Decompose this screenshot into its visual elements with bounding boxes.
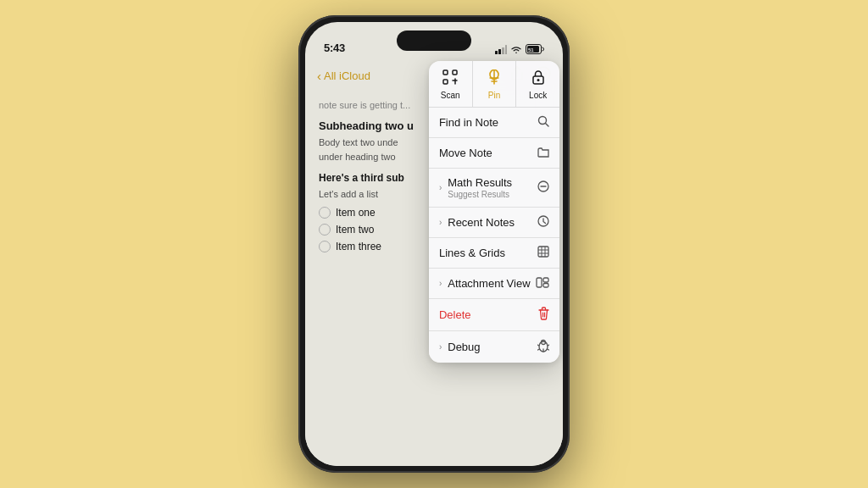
svg-rect-21	[538, 247, 548, 257]
delete-item[interactable]: Delete	[429, 299, 559, 331]
svg-line-36	[548, 349, 549, 350]
debug-icon	[537, 339, 549, 355]
move-note-left: Move Note	[439, 147, 492, 159]
lock-icon	[531, 69, 545, 88]
attachment-view-icon	[536, 276, 549, 291]
math-results-subtext: Suggest Results	[448, 190, 512, 199]
scan-button[interactable]: Scan	[429, 61, 473, 107]
lines-grids-icon	[537, 246, 549, 260]
find-in-note-label: Find in Note	[439, 116, 498, 129]
find-in-note-item[interactable]: Find in Note	[429, 108, 559, 138]
svg-rect-28	[543, 284, 548, 288]
svg-rect-26	[537, 278, 542, 287]
attachment-view-chevron-icon: ›	[439, 279, 442, 288]
pin-icon	[487, 69, 501, 88]
menu-overlay[interactable]: Scan Pin	[305, 22, 563, 466]
svg-line-34	[548, 345, 549, 346]
move-note-icon	[537, 146, 549, 160]
attachment-view-left: › Attachment View	[439, 277, 531, 290]
math-results-left: › Math Results Suggest Results	[439, 176, 512, 199]
recent-notes-item[interactable]: › Recent Notes	[429, 208, 559, 238]
recent-notes-label: Recent Notes	[448, 216, 515, 229]
math-results-item[interactable]: › Math Results Suggest Results	[429, 169, 559, 208]
svg-rect-12	[453, 70, 457, 75]
move-note-label: Move Note	[439, 147, 492, 159]
phone-frame: 5:43	[298, 15, 570, 473]
math-results-label: Math Results	[448, 176, 512, 189]
svg-rect-11	[443, 70, 448, 75]
debug-label: Debug	[448, 341, 480, 353]
find-in-note-icon	[537, 115, 549, 130]
debug-item[interactable]: › Debug	[429, 331, 559, 363]
recent-notes-left: › Recent Notes	[439, 216, 515, 229]
lines-grids-left: Lines & Grids	[439, 247, 505, 259]
recent-notes-icon	[537, 215, 549, 230]
delete-icon	[538, 307, 549, 323]
lines-grids-item[interactable]: Lines & Grids	[429, 238, 559, 269]
math-results-chevron-icon: ›	[439, 183, 442, 192]
attachment-view-label: Attachment View	[448, 277, 530, 290]
debug-left: › Debug	[439, 341, 481, 353]
recent-notes-chevron-icon: ›	[439, 218, 442, 227]
pin-button[interactable]: Pin	[473, 61, 517, 107]
lock-button[interactable]: Lock	[516, 61, 559, 107]
attachment-view-item[interactable]: › Attachment View	[429, 269, 559, 299]
delete-label: Delete	[439, 308, 471, 321]
lines-grids-label: Lines & Grids	[439, 247, 505, 259]
pin-label: Pin	[488, 91, 500, 100]
lock-label: Lock	[529, 91, 547, 100]
find-in-note-left: Find in Note	[439, 116, 498, 129]
move-note-item[interactable]: Move Note	[429, 138, 559, 169]
svg-rect-13	[443, 80, 448, 84]
delete-left: Delete	[439, 308, 471, 321]
math-results-text-group: Math Results Suggest Results	[448, 176, 512, 199]
debug-chevron-icon: ›	[439, 342, 442, 352]
context-menu: Scan Pin	[429, 61, 559, 363]
math-results-icon	[537, 180, 549, 195]
menu-top-row: Scan Pin	[429, 61, 559, 108]
scan-label: Scan	[441, 91, 460, 100]
scan-icon	[442, 69, 458, 88]
svg-rect-27	[543, 278, 548, 282]
svg-line-35	[538, 349, 540, 350]
svg-point-17	[537, 79, 539, 81]
phone-screen: 5:43	[305, 22, 563, 466]
svg-line-33	[537, 345, 539, 346]
